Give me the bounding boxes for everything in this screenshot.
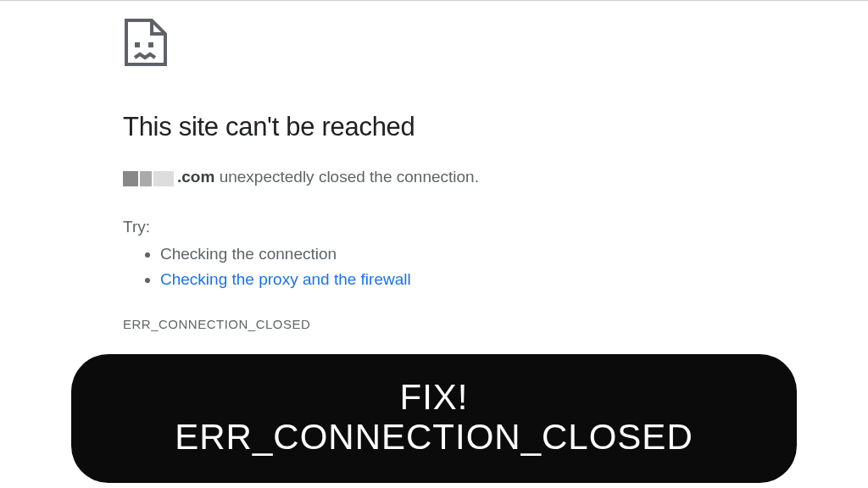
error-message-text: unexpectedly closed the connection. [214,168,479,186]
suggestion-check-connection: Checking the connection [160,245,337,263]
fix-overlay-banner: FIX! ERR_CONNECTION_CLOSED [71,354,797,483]
overlay-line2: ERR_CONNECTION_CLOSED [105,417,763,458]
sad-page-icon [123,17,593,71]
error-description: .com unexpectedly closed the connection. [123,166,593,189]
error-code: ERR_CONNECTION_CLOSED [123,317,593,331]
overlay-line1: FIX! [105,378,763,417]
svg-rect-0 [135,42,140,47]
error-page: This site can't be reached .com unexpect… [0,0,593,331]
divider-top [0,0,868,1]
suggestion-check-proxy-firewall-link[interactable]: Checking the proxy and the firewall [160,270,411,288]
svg-rect-1 [148,42,153,47]
redacted-domain [123,167,175,190]
list-item: Checking the proxy and the firewall [160,267,593,291]
list-item: Checking the connection [160,241,593,266]
suggestions-list: Checking the connection Checking the pro… [123,241,593,291]
domain-suffix: .com [177,168,214,186]
try-label: Try: [123,218,593,236]
error-heading: This site can't be reached [123,112,593,142]
